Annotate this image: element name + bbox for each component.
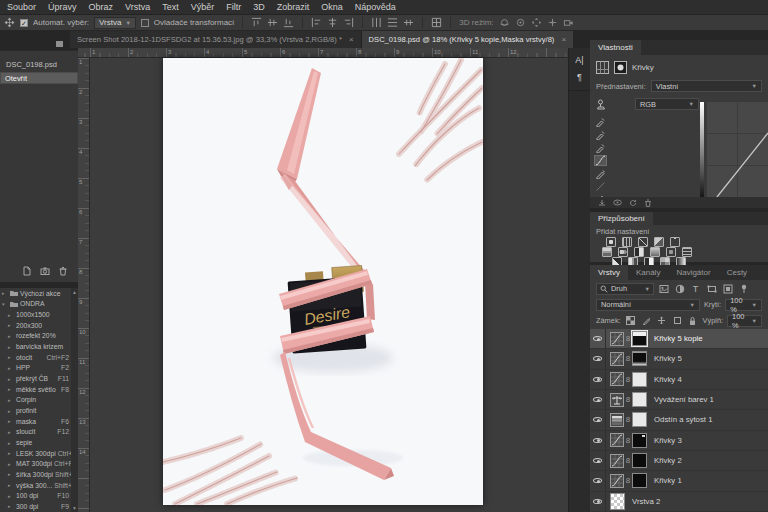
- curves-adjustment-icon[interactable]: [610, 454, 624, 468]
- visibility-toggle[interactable]: [590, 349, 606, 368]
- tab-vrstvy[interactable]: Vrstvy: [590, 265, 628, 280]
- layer-mask-thumbnail[interactable]: [632, 392, 647, 407]
- action-item[interactable]: ▸výška 300...Shift+F12: [0, 480, 78, 491]
- filter-smart-objects-icon[interactable]: [721, 283, 734, 295]
- layer-mask-thumbnail[interactable]: [632, 412, 647, 427]
- menu-filtr[interactable]: Filtr: [226, 2, 241, 12]
- brightness-contrast-icon[interactable]: [606, 237, 616, 247]
- mask-link-icon[interactable]: 8: [624, 334, 632, 343]
- menu-napoveda[interactable]: Nápověda: [355, 2, 396, 12]
- menu-text[interactable]: Text: [162, 2, 179, 12]
- channel-mixer-icon[interactable]: [666, 247, 676, 257]
- mask-link-icon[interactable]: 8: [624, 395, 632, 404]
- blend-mode-dropdown[interactable]: Normální▼: [596, 299, 700, 311]
- visibility-toggle[interactable]: [590, 492, 606, 511]
- distribute-vertical-icon[interactable]: [387, 17, 398, 28]
- menu-3d[interactable]: 3D: [253, 2, 265, 12]
- history-snapshot-item[interactable]: DSC_0198.psd: [0, 57, 78, 72]
- visibility-toggle[interactable]: [590, 451, 606, 470]
- exposure-icon[interactable]: [654, 237, 664, 247]
- action-item[interactable]: ▸LESK 300dpiCtrl+F11: [0, 448, 78, 459]
- fill-dropdown[interactable]: 100 %▼: [727, 315, 762, 327]
- curves-adjustment-icon[interactable]: [610, 332, 624, 346]
- 3d-slide-icon[interactable]: [547, 17, 558, 28]
- layer-row-odstin-sytost[interactable]: 8 Odstín a sytost 1: [590, 410, 768, 430]
- menu-vyber[interactable]: Výběr: [191, 2, 215, 12]
- photo-document[interactable]: Desire: [163, 58, 483, 505]
- mask-link-icon[interactable]: 8: [624, 375, 632, 384]
- clip-to-layer-icon[interactable]: [598, 199, 606, 207]
- layer-row-krivky4[interactable]: 8 Křivky 4: [590, 370, 768, 390]
- mask-link-icon[interactable]: 8: [624, 354, 632, 363]
- tab-kanaly[interactable]: Kanály: [628, 265, 668, 280]
- layer-mask-thumbnail[interactable]: [632, 453, 647, 468]
- gray-point-eyedropper-icon[interactable]: [594, 129, 607, 140]
- action-item[interactable]: ▸Corpin: [0, 395, 78, 406]
- document-tab-screenshot[interactable]: Screen Shot 2018-12-1DSFSDG2 at 15.36.53…: [70, 31, 362, 48]
- mask-link-icon[interactable]: 8: [624, 456, 632, 465]
- lock-pixels-brush-icon[interactable]: [640, 315, 652, 327]
- layer-row-vyvazeni-barev[interactable]: 8 Vyvážení barev 1: [590, 390, 768, 410]
- action-item[interactable]: ▸sepie: [0, 437, 78, 448]
- black-white-icon[interactable]: [634, 247, 644, 257]
- layer-mask-thumbnail[interactable]: [632, 473, 647, 488]
- align-left-icon[interactable]: [311, 17, 322, 28]
- black-point-eyedropper-icon[interactable]: [594, 116, 607, 127]
- color-balance-icon[interactable]: [618, 247, 628, 257]
- action-item[interactable]: ▸profinit: [0, 405, 78, 416]
- mask-link-icon[interactable]: 8: [624, 415, 632, 424]
- action-item[interactable]: ▸MAT 300dpiCtrl+F12: [0, 459, 78, 470]
- lock-position-icon[interactable]: [656, 315, 668, 327]
- layer-mask-thumbnail[interactable]: [632, 433, 647, 448]
- action-item[interactable]: ▸rozefekt 20%: [0, 331, 78, 342]
- curves-icon[interactable]: [638, 237, 648, 247]
- color-lookup-icon[interactable]: [682, 247, 692, 257]
- hue-saturation-adjustment-icon[interactable]: [610, 413, 624, 427]
- filter-pin-icon[interactable]: [737, 283, 750, 295]
- visibility-toggle[interactable]: [590, 390, 606, 409]
- layer-mask-thumbnail[interactable]: [632, 331, 647, 346]
- visibility-toggle[interactable]: [590, 431, 606, 450]
- mask-link-icon[interactable]: 8: [624, 436, 632, 445]
- action-item[interactable]: ▸300 dpiF9: [0, 501, 78, 512]
- layer-row-vrstva2[interactable]: Vrstva 2: [590, 492, 768, 512]
- curves-adjustment-icon[interactable]: [610, 433, 624, 447]
- delete-state-trash-icon[interactable]: [58, 266, 68, 276]
- 3d-roll-icon[interactable]: [515, 17, 526, 28]
- targeted-adjustment-icon[interactable]: [596, 98, 608, 110]
- menu-vrstva[interactable]: Vrstva: [125, 2, 150, 12]
- filter-pixel-layers-icon[interactable]: [657, 283, 670, 295]
- mask-link-icon[interactable]: 8: [624, 476, 632, 485]
- curves-adjustment-icon[interactable]: [610, 372, 624, 386]
- distribute-spacing-icon[interactable]: [403, 17, 414, 28]
- history-state-open[interactable]: Otevřít: [0, 72, 78, 84]
- action-item[interactable]: ▸200x300: [0, 320, 78, 331]
- filter-adjustment-layers-icon[interactable]: [673, 283, 686, 295]
- lock-all-icon[interactable]: [687, 315, 699, 327]
- character-panel-icon[interactable]: A|: [569, 55, 590, 65]
- align-top-icon[interactable]: [251, 17, 262, 28]
- layer-row-krivky5kopie[interactable]: 8 Křivky 5 kopie: [590, 329, 768, 349]
- menu-okna[interactable]: Okna: [321, 2, 343, 12]
- action-set-ondra[interactable]: ▾ONDRA: [0, 299, 78, 310]
- tab-cesty[interactable]: Cesty: [719, 265, 755, 280]
- layer-row-krivky3[interactable]: 8 Křivky 3: [590, 431, 768, 451]
- action-item[interactable]: ▸100 dpiF10: [0, 490, 78, 501]
- color-balance-adjustment-icon[interactable]: [610, 393, 624, 407]
- tab-navigator[interactable]: Navigátor: [668, 265, 718, 280]
- new-snapshot-camera-icon[interactable]: [40, 266, 50, 276]
- tab-close-icon[interactable]: ×: [349, 35, 354, 44]
- align-center-icon[interactable]: [327, 17, 338, 28]
- channel-dropdown[interactable]: RGB▼: [635, 98, 699, 110]
- transform-controls-checkbox[interactable]: [141, 19, 149, 27]
- menu-soubor[interactable]: Soubor: [7, 2, 36, 12]
- 3d-pan-icon[interactable]: [531, 17, 542, 28]
- draw-curve-pencil-icon[interactable]: [594, 168, 607, 179]
- menu-upravy[interactable]: Úpravy: [48, 2, 77, 12]
- canvas-area[interactable]: Desire: [90, 58, 568, 512]
- paragraph-panel-icon[interactable]: ¶: [569, 72, 590, 82]
- 3d-camera-icon[interactable]: [563, 17, 574, 28]
- edit-curve-points-icon[interactable]: [594, 155, 607, 166]
- auto-align-icon[interactable]: [431, 17, 442, 28]
- smooth-curve-icon[interactable]: [594, 181, 607, 192]
